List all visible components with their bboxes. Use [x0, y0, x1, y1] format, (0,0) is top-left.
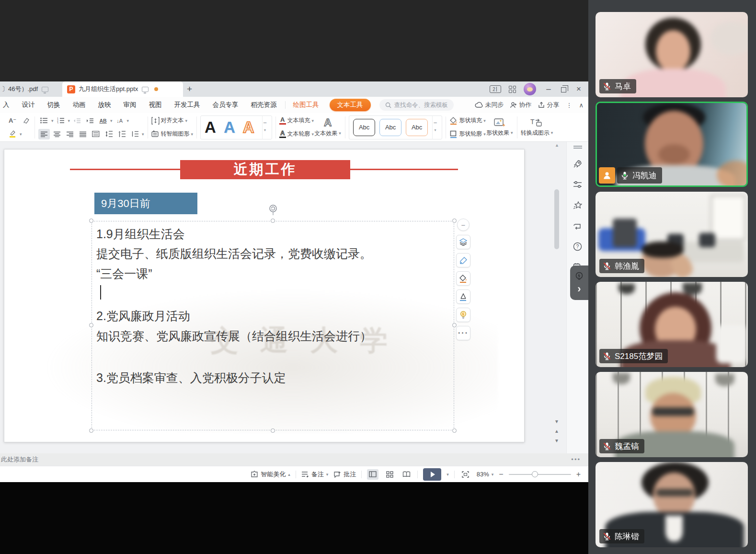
collapse-ribbon-button[interactable]: ∧	[579, 102, 584, 109]
menu-review[interactable]: 审阅	[117, 101, 143, 109]
shape-fill-button[interactable]: 形状填充▾	[459, 116, 486, 125]
fit-slide-button[interactable]	[460, 469, 471, 480]
gallery-expand-strip[interactable]: ▔▾	[432, 116, 438, 139]
menu-slideshow[interactable]: 放映	[92, 101, 117, 109]
participant-tile[interactable]: S2185范梦园	[596, 282, 748, 367]
fill-color-button[interactable]	[456, 271, 470, 286]
rocket-boost-icon[interactable]	[573, 159, 583, 169]
notes-bar[interactable]: 此处添加备注 •••	[0, 453, 588, 466]
zoom-slider[interactable]	[509, 474, 571, 475]
convert-to-diagram-button[interactable]: T 转换成图示▾	[521, 115, 553, 140]
minimize-button[interactable]: –	[544, 84, 553, 94]
text-outline-button[interactable]: 文本轮廓▾	[287, 130, 314, 138]
notes-more-button[interactable]: •••	[571, 453, 581, 466]
numbered-list-button[interactable]: 123	[55, 115, 67, 126]
normal-view-button[interactable]	[367, 469, 378, 480]
slide-sorter-view-button[interactable]	[384, 469, 395, 480]
zoom-slider-knob[interactable]	[532, 471, 538, 477]
text-direction-button[interactable]: ↓A	[114, 115, 126, 126]
zoom-out-button[interactable]: −	[499, 470, 503, 479]
menu-insert[interactable]: 入	[0, 101, 16, 109]
scrollbar-thumb[interactable]	[554, 189, 559, 249]
participant-tile[interactable]: 韩渔胤	[596, 192, 748, 277]
smart-recommend-button[interactable]	[456, 308, 470, 322]
style-brush-button[interactable]	[456, 253, 470, 267]
text-style-orange[interactable]: A	[243, 119, 254, 135]
slide[interactable]: 交通大学 近期工作 9月30日前	[4, 149, 525, 442]
paragraph-spacing-button[interactable]	[116, 129, 127, 139]
more-options-button[interactable]: ···	[456, 326, 470, 340]
slideshow-play-button[interactable]	[423, 468, 441, 481]
justify-button[interactable]	[77, 129, 89, 139]
new-tab-button[interactable]: +	[187, 84, 192, 94]
decrease-indent-button[interactable]	[71, 115, 83, 126]
close-button[interactable]: ×	[574, 84, 584, 94]
sync-status[interactable]: 未同步	[475, 101, 504, 109]
share-button[interactable]: 分享	[538, 101, 559, 109]
rotate-handle-icon[interactable]	[268, 204, 278, 216]
text-fill-button[interactable]: 文本填充▾	[287, 116, 314, 125]
line-spacing-increase-button[interactable]	[103, 129, 115, 139]
participant-tile[interactable]: 陈琳锴	[596, 462, 748, 547]
more-menu-button[interactable]: ⋮	[566, 102, 572, 109]
restore-button[interactable]	[561, 87, 566, 92]
text-effects-button[interactable]: A 文本效果▾	[314, 115, 342, 140]
collaborate-button[interactable]: 协作	[510, 101, 531, 109]
loop-playback-icon[interactable]	[573, 220, 583, 231]
distribute-text-button[interactable]	[90, 129, 102, 139]
comments-button[interactable]: 批注	[333, 470, 356, 479]
line-spacing-options-button[interactable]	[129, 129, 140, 139]
layer-order-button[interactable]	[456, 235, 470, 249]
character-spacing-button[interactable]: AB	[97, 115, 109, 126]
participant-tile[interactable]: 魏孟镐	[596, 372, 748, 457]
next-slide-button[interactable]: ▼	[554, 438, 559, 443]
outline-color-button[interactable]	[456, 289, 470, 304]
tab-pptx-document[interactable]: P 九月组织生活ppt.pptx	[62, 81, 183, 97]
menu-membership[interactable]: 会员专享	[206, 101, 245, 109]
shape-style-black[interactable]: Abc	[353, 119, 375, 136]
scroll-down-arrow[interactable]: ▼	[554, 419, 559, 424]
align-text-button[interactable]: 对齐文本▾	[161, 116, 188, 125]
workspace-grid-icon[interactable]	[509, 86, 516, 93]
text-style-blue[interactable]: A	[224, 119, 235, 135]
align-left-button[interactable]	[38, 129, 50, 139]
shape-style-blue[interactable]: Abc	[379, 119, 401, 136]
gallery-expand-strip[interactable]: ▔▾	[262, 116, 268, 139]
user-avatar[interactable]	[524, 83, 536, 95]
menu-text-tools-active[interactable]: 文本工具	[330, 99, 371, 111]
deadline-box[interactable]: 9月30日前	[94, 193, 197, 214]
align-right-button[interactable]	[64, 129, 76, 139]
menu-developer[interactable]: 开发工具	[168, 101, 206, 109]
zoom-level[interactable]: 83%▾	[477, 471, 494, 478]
play-options-caret[interactable]: ▾	[447, 472, 449, 477]
align-center-button[interactable]	[51, 129, 63, 139]
shape-outline-button[interactable]: 形状轮廓▾	[459, 130, 486, 138]
settings-sliders-icon[interactable]	[573, 179, 583, 190]
vertical-scrollbar[interactable]: ▲	[554, 143, 560, 419]
handle-bottom-center[interactable]	[271, 428, 275, 433]
participant-tile-active-speaker[interactable]: 冯凯迪	[596, 102, 748, 187]
handle-top-left[interactable]	[89, 219, 93, 223]
help-icon[interactable]: ?	[573, 241, 583, 252]
shape-style-orange[interactable]: Abc	[406, 119, 428, 136]
zoom-in-button[interactable]: +	[576, 470, 581, 479]
slide-title-banner[interactable]: 近期工作	[180, 160, 350, 179]
highlight-color-button[interactable]	[7, 129, 18, 139]
handle-top-center[interactable]	[271, 219, 275, 223]
menu-docer-resources[interactable]: 稻壳资源	[245, 101, 283, 109]
menu-design[interactable]: 设计	[16, 101, 41, 109]
split-window-icon[interactable]: 2	[490, 85, 501, 93]
shape-style-gallery[interactable]: Abc Abc Abc ▔▾	[349, 115, 442, 139]
shrink-font-button[interactable]: A⁻	[7, 115, 18, 126]
text-style-black[interactable]: A	[205, 119, 216, 135]
participant-tile[interactable]: 马卓	[596, 12, 748, 97]
handle-mid-left[interactable]	[89, 323, 93, 327]
to-smartart-button[interactable]: 转智能图形▾	[161, 130, 194, 138]
rail-drag-handle[interactable]	[573, 146, 582, 149]
text-style-gallery[interactable]: A A A ▔▾	[200, 115, 272, 139]
collapse-toolbar-button[interactable]: −	[457, 219, 470, 231]
increase-indent-button[interactable]	[84, 115, 96, 126]
bullet-list-button[interactable]	[38, 115, 50, 126]
menu-transition[interactable]: 切换	[41, 101, 67, 109]
clear-format-eraser-button[interactable]	[20, 115, 31, 126]
